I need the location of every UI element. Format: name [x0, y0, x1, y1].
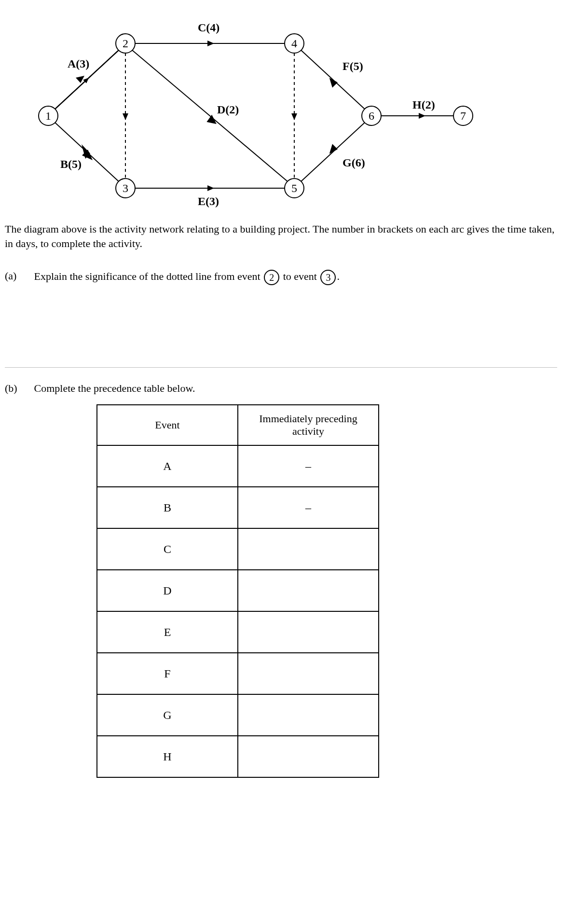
edge-dummy-2-3 [123, 53, 128, 179]
part-a-answer-space[interactable] [5, 295, 557, 362]
part-a-label: (a) [5, 270, 31, 282]
table-row: A – [97, 445, 379, 487]
edge-D: D(2) [132, 50, 288, 181]
edge-E: E(3) [135, 185, 285, 207]
node-2: 2 [116, 34, 135, 53]
svg-marker-2 [76, 76, 84, 83]
svg-text:1: 1 [45, 110, 51, 122]
table-row: G [97, 694, 379, 736]
cell-preceding[interactable] [238, 528, 379, 570]
edge-B: B(5) [55, 123, 119, 181]
cell-preceding[interactable]: – [238, 445, 379, 487]
cell-preceding[interactable] [238, 694, 379, 736]
svg-marker-19 [123, 113, 128, 120]
svg-text:2: 2 [123, 37, 128, 50]
table-row: D [97, 570, 379, 611]
edge-A: A(3) [55, 50, 119, 109]
part-a-text-after: . [337, 270, 340, 282]
node-7: 7 [453, 106, 473, 125]
edge-label-F: F(5) [343, 60, 363, 72]
part-a-text-mid: to event [283, 270, 320, 282]
svg-text:7: 7 [460, 110, 466, 122]
cell-event: A [97, 445, 238, 487]
svg-line-12 [301, 50, 365, 109]
edge-label-A: A(3) [68, 57, 89, 70]
svg-marker-13 [329, 78, 338, 88]
edge-label-G: G(6) [343, 156, 365, 169]
table-row: F [97, 653, 379, 694]
precedence-header-event: Event [97, 405, 238, 445]
edge-label-B: B(5) [60, 158, 82, 170]
svg-marker-11 [207, 185, 214, 191]
part-a-text-before: Explain the significance of the dotted l… [34, 270, 263, 282]
edge-G: G(6) [301, 123, 365, 181]
cell-event: C [97, 528, 238, 570]
svg-marker-7 [207, 41, 214, 46]
svg-marker-17 [419, 113, 425, 119]
table-row: C [97, 528, 379, 570]
cell-event: E [97, 611, 238, 653]
part-b: (b) Complete the precedence table below. [5, 382, 557, 395]
cell-preceding[interactable] [238, 570, 379, 611]
edge-label-C: C(4) [198, 21, 219, 34]
edge-label-D: D(2) [217, 103, 239, 116]
diagram-description: The diagram above is the activity networ… [5, 222, 557, 250]
cell-preceding[interactable] [238, 653, 379, 694]
precedence-tbody: A – B – C D E F G H [97, 445, 379, 777]
cell-preceding[interactable]: – [238, 487, 379, 528]
part-a: (a) Explain the significance of the dott… [5, 270, 557, 285]
cell-event: B [97, 487, 238, 528]
node-6: 6 [362, 106, 381, 125]
cell-event: D [97, 570, 238, 611]
edge-H: H(2) [381, 98, 453, 119]
section-divider [5, 367, 557, 368]
part-b-text: Complete the precedence table below. [34, 382, 546, 395]
cell-preceding[interactable] [238, 736, 379, 777]
table-row: B – [97, 487, 379, 528]
cell-preceding[interactable] [238, 611, 379, 653]
node-4: 4 [285, 34, 304, 53]
edge-label-E: E(3) [198, 195, 219, 207]
part-b-label: (b) [5, 382, 31, 395]
part-a-body: Explain the significance of the dotted l… [34, 270, 546, 285]
svg-marker-15 [329, 143, 338, 153]
cell-event: G [97, 694, 238, 736]
inline-node-3: 3 [320, 270, 336, 285]
node-3: 3 [116, 179, 135, 198]
precedence-header-preceding: Immediately preceding activity [238, 405, 379, 445]
node-1: 1 [39, 106, 58, 125]
table-row: E [97, 611, 379, 653]
edge-C: C(4) [135, 21, 285, 46]
activity-network-diagram: A(3) B(5) C(4) D(2) E(3) F(5) G(6) [5, 5, 487, 217]
svg-text:6: 6 [369, 110, 374, 122]
edge-F: F(5) [301, 50, 365, 109]
cell-event: F [97, 653, 238, 694]
svg-text:5: 5 [291, 182, 297, 194]
precedence-table: Event Immediately preceding activity A –… [96, 404, 379, 778]
inline-node-2: 2 [264, 270, 279, 285]
table-row: H [97, 736, 379, 777]
svg-text:3: 3 [123, 182, 128, 194]
edge-dummy-4-5 [291, 53, 297, 179]
svg-text:4: 4 [291, 37, 297, 50]
svg-line-8 [132, 50, 288, 181]
edge-label-H: H(2) [412, 98, 435, 111]
svg-line-14 [301, 123, 365, 181]
node-5: 5 [285, 179, 304, 198]
svg-marker-21 [291, 113, 297, 120]
cell-event: H [97, 736, 238, 777]
